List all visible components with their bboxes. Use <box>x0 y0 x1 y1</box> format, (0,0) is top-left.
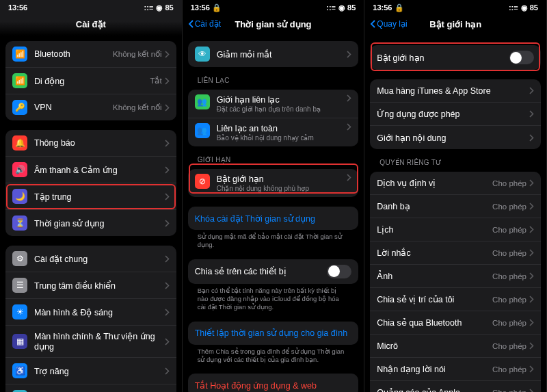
row-enable-toggle[interactable]: Bật giới hạn <box>370 45 541 70</box>
chevron-right-icon <box>165 220 170 227</box>
settings-row[interactable]: ⚙Cài đặt chung <box>5 246 176 272</box>
battery-icon: ◉ 85 <box>156 3 173 12</box>
settings-row[interactable]: 🔑VPNKhông kết nối <box>5 94 176 120</box>
settings-row[interactable]: LịchCho phép <box>370 218 541 241</box>
chevron-right-icon <box>165 193 170 200</box>
back-label: Cài đặt <box>195 19 221 29</box>
page-title: Bật giới hạn <box>429 19 481 29</box>
row-value: Không kết nối <box>113 103 162 112</box>
row-label: Ảnh <box>377 271 492 281</box>
chevron-right-icon <box>529 365 534 373</box>
battery-icon: ◉ 85 <box>521 3 538 12</box>
settings-row[interactable]: Nhận dạng lời nóiCho phép <box>370 358 541 381</box>
row-icon: 👥 <box>195 94 210 109</box>
row-icon: 🔔 <box>12 135 27 151</box>
row-label: Lịch <box>377 224 492 235</box>
row-value: Cho phép <box>492 319 526 327</box>
chevron-right-icon <box>165 77 170 85</box>
settings-row[interactable]: Danh bạCho phép <box>370 195 541 218</box>
row-value: Cho phép <box>492 389 526 393</box>
row-icon: ♿ <box>12 363 27 378</box>
settings-row[interactable]: Ứng dụng được phép <box>370 103 541 126</box>
row-label: VPN <box>34 103 113 112</box>
row-turn-off[interactable]: Tắt Hoạt động ứng dụng & web <box>188 374 359 392</box>
row-label: Âm thanh & Cảm ứng <box>34 165 165 175</box>
settings-row[interactable]: 🔊Âm thanh & Cảm ứng <box>5 157 176 183</box>
footnote: Sử dụng mật mã để bảo mật cài đặt Thời g… <box>188 230 359 250</box>
signal-icon: ::≡ <box>509 3 518 12</box>
row-label: Màn hình & Độ sáng <box>34 307 165 317</box>
settings-row[interactable]: ⏳Thời gian sử dụng <box>5 210 176 236</box>
phone-restrictions: 13:56 🔒 ::≡ ◉ 85 Quay lại Bật giới hạn B… <box>364 0 547 392</box>
settings-row[interactable]: ☀Màn hình & Độ sáng <box>5 299 176 326</box>
settings-row[interactable]: 🌸Hình nền <box>5 384 176 392</box>
settings-row[interactable]: MicrôCho phép <box>370 335 541 358</box>
row-label: Di động <box>34 76 150 86</box>
row-enable-restrictions[interactable]: ⊘ Bật giới hạn Chặn nội dung không phù h… <box>188 169 359 197</box>
settings-row[interactable]: Lời nhắcCho phép <box>370 241 541 265</box>
content: Bật giới hạn Mua hàng iTunes & App Store… <box>364 36 546 392</box>
row-label: Micrô <box>377 341 492 351</box>
chevron-right-icon <box>529 87 534 94</box>
settings-row[interactable]: Dịch vụ định vịCho phép <box>370 172 541 195</box>
toggle-share[interactable] <box>327 265 351 278</box>
chevron-right-icon <box>529 389 534 392</box>
toggle-restrictions[interactable] <box>509 51 534 64</box>
back-label: Quay lại <box>377 19 407 29</box>
row-label: Trợ năng <box>34 366 165 376</box>
row-icon: 👥 <box>195 123 210 138</box>
row-value: Cho phép <box>492 342 526 350</box>
settings-row[interactable]: 📶Di độngTắt <box>5 68 176 94</box>
row-label: Bật giới hạn <box>217 174 347 184</box>
chevron-right-icon <box>529 249 534 257</box>
back-button[interactable]: Quay lại <box>370 19 407 29</box>
link-label: Thiết lập thời gian sử dụng cho gia đình <box>195 328 347 338</box>
back-button[interactable]: Cài đặt <box>188 19 221 29</box>
footnote: Bạn có thể bật tính năng này trên bất kỳ… <box>188 284 359 312</box>
settings-row[interactable]: Chia sẻ qua BluetoothCho phép <box>370 311 541 335</box>
chevron-right-icon <box>165 104 170 112</box>
row-label: Quảng cáo của Apple <box>377 387 492 392</box>
row-share-devices[interactable]: Chia sẻ trên các thiết bị <box>188 259 359 284</box>
row-eye-comfort[interactable]: 👁 Giảm mỏi mắt <box>188 41 359 67</box>
chevron-right-icon <box>165 367 170 375</box>
row-icon: 📶 <box>12 73 27 88</box>
content: 📶BluetoothKhông kết nối📶Di độngTắt🔑VPNKh… <box>0 36 182 392</box>
row-label: Mua hàng iTunes & App Store <box>377 86 529 96</box>
chevron-right-icon <box>347 174 351 181</box>
status-time: 13:56 <box>8 3 27 12</box>
chevron-right-icon <box>529 134 534 142</box>
row-icon: ⚙ <box>12 251 27 266</box>
row-label: Giới hạn nội dung <box>377 133 529 143</box>
settings-row[interactable]: ▦Màn hình chính & Thư viện ứng dụng <box>5 326 176 358</box>
settings-row[interactable]: ☰Trung tâm điều khiển <box>5 272 176 299</box>
settings-row[interactable]: ♿Trợ năng <box>5 358 176 384</box>
settings-row[interactable]: 🌙Tập trung <box>5 183 176 210</box>
row-value: Tắt <box>150 76 161 86</box>
eye-icon: 👁 <box>195 47 210 62</box>
settings-row[interactable]: ẢnhCho phép <box>370 265 541 288</box>
row-value: Cho phép <box>492 296 526 304</box>
page-title: Cài đặt <box>76 19 106 29</box>
chevron-right-icon <box>529 202 534 210</box>
status-time: 13:56 🔒 <box>191 3 222 12</box>
row-value: Cho phép <box>492 202 526 211</box>
phone-settings: 13:56 ::≡ ◉ 85 Cài đặt 📶BluetoothKhông k… <box>0 0 183 392</box>
section-label: GIỚI HẠN <box>198 156 359 164</box>
settings-row[interactable]: 👥Liên lạc an toànBảo vệ khỏi nội dung nh… <box>188 118 359 146</box>
chevron-right-icon <box>529 296 534 303</box>
settings-row[interactable]: Quảng cáo của AppleCho phép <box>370 381 541 392</box>
settings-row[interactable]: 📶BluetoothKhông kết nối <box>5 41 176 68</box>
settings-row[interactable]: Chia sẻ vị trí của tôiCho phép <box>370 288 541 311</box>
row-label: Giảm mỏi mắt <box>217 49 347 60</box>
row-value: Cho phép <box>492 226 526 234</box>
row-label: Màn hình chính & Thư viện ứng dụng <box>34 331 165 352</box>
status-right: ::≡ ◉ 85 <box>144 3 174 12</box>
row-lock-settings[interactable]: Khóa cài đặt Thời gian sử dụng <box>188 207 359 230</box>
settings-row[interactable]: 🔔Thông báo <box>5 130 176 157</box>
settings-row[interactable]: Mua hàng iTunes & App Store <box>370 79 541 103</box>
row-family-setup[interactable]: Thiết lập thời gian sử dụng cho gia đình <box>188 322 359 345</box>
settings-row[interactable]: Giới hạn nội dung <box>370 126 541 149</box>
settings-row[interactable]: 👥Giới hạn liên lạcĐặt các giới hạn dựa t… <box>188 90 359 118</box>
row-label: Thời gian sử dụng <box>34 218 165 228</box>
